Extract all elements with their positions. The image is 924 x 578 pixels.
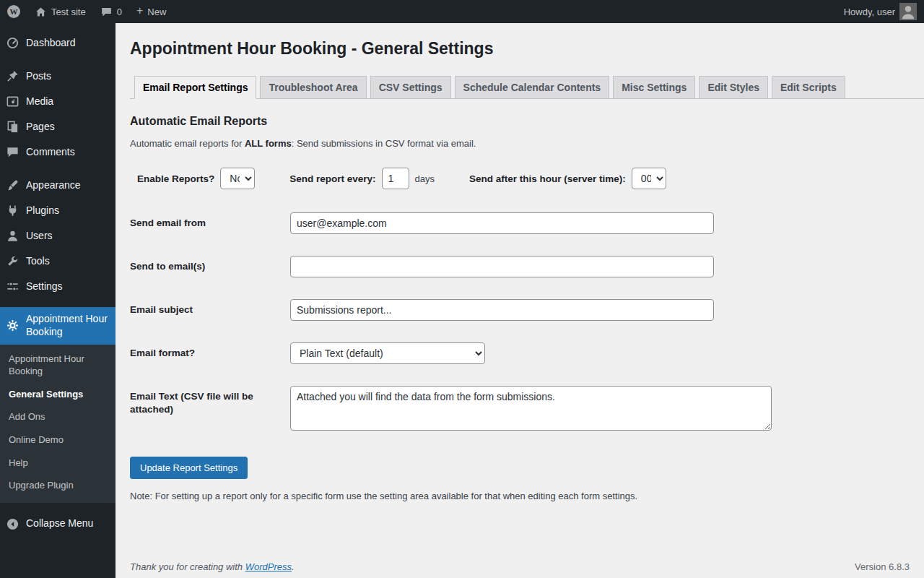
intro-bold: ALL forms (245, 138, 292, 149)
sidebar-item-label: Appearance (26, 179, 81, 192)
collapse-menu-label: Collapse Menu (26, 517, 93, 530)
sidebar-item-plugins[interactable]: Plugins (0, 198, 116, 223)
sidebar-item-label: Plugins (26, 204, 59, 217)
settings-icon (6, 280, 19, 293)
sidebar-item-settings[interactable]: Settings (0, 274, 116, 299)
media-icon (6, 95, 19, 108)
sidebar-item-label: Media (26, 95, 53, 108)
tab-misc-settings[interactable]: Misc Settings (613, 76, 695, 99)
plus-icon: + (136, 5, 143, 17)
settings-tab-bar: Email Report Settings Troubleshoot Area … (130, 76, 924, 99)
report-hour-select[interactable]: 00 (632, 168, 666, 189)
email-text-row: Email Text (CSV file will be attached) A… (130, 386, 910, 431)
email-text-label: Email Text (CSV file will be attached) (130, 386, 290, 416)
collapse-arrow-icon (6, 517, 19, 531)
plugin-submenu: Appointment Hour Booking General Setting… (0, 345, 116, 503)
new-content-menu[interactable]: + New (129, 0, 173, 23)
send-email-from-label: Send email from (130, 212, 290, 230)
sidebar-item-media[interactable]: Media (0, 89, 116, 114)
footer-thanks: Thank you for creating with WordPress. (130, 561, 295, 572)
sidebar-item-label: Pages (26, 121, 55, 134)
footer: Thank you for creating with WordPress. V… (130, 561, 910, 572)
admin-bar-right: Howdy, user (837, 0, 924, 23)
sidebar-item-label: Posts (26, 70, 51, 83)
pages-icon (6, 120, 19, 134)
email-subject-input[interactable] (290, 299, 714, 321)
submenu-item-online-demo[interactable]: Online Demo (0, 428, 116, 452)
enable-reports-label: Enable Reports? (137, 173, 214, 184)
sidebar-item-label: Settings (26, 280, 63, 293)
sidebar-item-users[interactable]: Users (0, 223, 116, 249)
wordpress-logo-icon: W (7, 5, 20, 18)
sidebar-item-appearance[interactable]: Appearance (0, 173, 116, 198)
new-content-label: New (147, 7, 166, 17)
report-frequency-group: Send report every: days (289, 168, 435, 189)
wordpress-logo-menu[interactable]: W (0, 0, 27, 23)
howdy-label: Howdy, user (844, 7, 895, 17)
report-frequency-input[interactable] (382, 168, 409, 189)
email-format-row: Email format? Plain Text (default) (130, 342, 910, 364)
sidebar-item-label: Tools (26, 255, 50, 268)
page-title: Appointment Hour Booking - General Setti… (130, 39, 910, 61)
sidebar-item-pages[interactable]: Pages (0, 114, 116, 139)
admin-bar-left: W Test site 0 + New (0, 0, 173, 23)
sidebar-item-label: Dashboard (26, 37, 76, 50)
tab-csv-settings[interactable]: CSV Settings (370, 76, 451, 99)
submenu-item-help[interactable]: Help (0, 452, 116, 475)
send-to-emails-label: Send to email(s) (130, 256, 290, 273)
submenu-item-upgrade-plugin[interactable]: Upgrade Plugin (0, 474, 116, 497)
sidebar-item-comments[interactable]: Comments (0, 139, 116, 165)
tab-schedule-calendar-contents[interactable]: Schedule Calendar Contents (455, 76, 610, 99)
wordpress-link[interactable]: WordPress (245, 561, 292, 572)
collapse-menu-button[interactable]: Collapse Menu (0, 512, 116, 537)
report-schedule-row: Enable Reports? No Send report every: da… (137, 168, 910, 189)
report-frequency-unit: days (415, 173, 435, 184)
posts-icon (6, 69, 19, 83)
footer-thanks-suffix: . (292, 561, 295, 572)
admin-sidebar: Dashboard Posts Media Pages Comments (0, 23, 116, 578)
send-email-from-input[interactable] (290, 212, 714, 234)
sidebar-item-label: Users (26, 230, 53, 243)
sidebar-item-label: Appointment Hour Booking (26, 313, 110, 339)
intro-suffix: : Send submissions in CSV format via ema… (292, 138, 476, 149)
menu-separator (0, 165, 116, 173)
appearance-icon (6, 178, 19, 192)
dashboard-icon (6, 36, 19, 50)
comments-menu[interactable]: 0 (93, 0, 129, 23)
report-hour-group: Send after this hour (server time): 00 (469, 168, 666, 189)
submenu-item-add-ons[interactable]: Add Ons (0, 405, 116, 428)
enable-reports-select[interactable]: No (220, 168, 255, 189)
email-format-select[interactable]: Plain Text (default) (290, 342, 485, 364)
menu-separator (0, 56, 116, 64)
send-to-emails-input[interactable] (290, 256, 714, 277)
send-email-from-row: Send email from (130, 212, 910, 234)
email-format-label: Email format? (130, 342, 290, 360)
tab-edit-scripts[interactable]: Edit Scripts (772, 76, 845, 99)
sidebar-item-label: Comments (26, 146, 75, 159)
sidebar-item-dashboard[interactable]: Dashboard (0, 30, 116, 56)
email-text-textarea[interactable]: Attached you will find the data from the… (290, 386, 772, 431)
email-subject-row: Email subject (130, 299, 910, 321)
site-name-menu[interactable]: Test site (27, 0, 93, 23)
intro-text: Automatic email reports for ALL forms: S… (130, 138, 910, 149)
tab-edit-styles[interactable]: Edit Styles (699, 76, 768, 99)
submenu-item-appointment-hour-booking[interactable]: Appointment Hour Booking (0, 348, 116, 383)
update-report-settings-button[interactable]: Update Report Settings (130, 457, 248, 479)
sidebar-item-appointment-hour-booking[interactable]: Appointment Hour Booking (0, 307, 116, 345)
submenu-item-general-settings[interactable]: General Settings (0, 383, 116, 406)
menu-separator (0, 299, 116, 307)
sidebar-item-posts[interactable]: Posts (0, 64, 116, 89)
admin-bar: W Test site 0 + New Howdy, user (0, 0, 924, 23)
send-to-emails-row: Send to email(s) (130, 256, 910, 277)
users-icon (6, 229, 19, 243)
comment-bubble-icon (100, 6, 113, 18)
plugins-icon (6, 204, 19, 217)
main-content: Appointment Hour Booking - General Setti… (116, 23, 924, 578)
tab-troubleshoot-area[interactable]: Troubleshoot Area (260, 76, 366, 99)
howdy-account-menu[interactable]: Howdy, user (837, 0, 924, 23)
sidebar-item-tools[interactable]: Tools (0, 249, 116, 274)
tab-email-report-settings[interactable]: Email Report Settings (134, 76, 256, 99)
report-frequency-label: Send report every: (289, 173, 375, 184)
gear-icon (6, 319, 19, 332)
avatar (899, 3, 917, 20)
